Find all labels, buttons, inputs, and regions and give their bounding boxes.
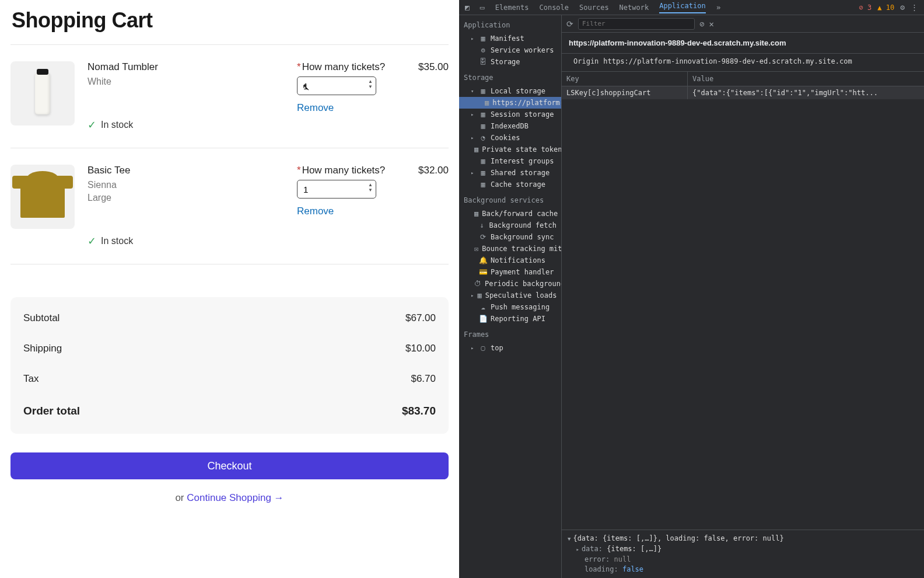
value-header[interactable]: Value (688, 72, 924, 86)
devtools-tabs: ◩ ▭ Elements Console Sources Network App… (459, 0, 924, 15)
remove-button[interactable]: Remove (297, 206, 334, 217)
item-attr: Large (88, 193, 297, 203)
tab-application[interactable]: Application (659, 2, 705, 13)
item-name: Nomad Tumbler (88, 61, 297, 73)
filter-input[interactable] (578, 18, 695, 30)
check-icon: ✓ (88, 119, 96, 131)
close-icon[interactable]: ✕ (709, 19, 713, 29)
tumbler-icon (35, 72, 50, 114)
qty-label: *How many tickets? (297, 165, 402, 176)
order-summary: Subtotal$67.00 Shipping$10.00 Tax$6.70 O… (10, 297, 449, 434)
sidebar-item-cookies[interactable]: ▸◔Cookies (459, 132, 561, 144)
warning-badge[interactable]: ▲ 10 (877, 4, 894, 12)
checkout-button[interactable]: Checkout (10, 452, 449, 479)
application-sidebar: Application ▸▦Manifest ⚙Service workers … (459, 15, 562, 578)
tax-label: Tax (23, 373, 38, 385)
section-frames: Frames (459, 325, 561, 342)
sidebar-item-bf-cache[interactable]: ▦Back/forward cache (459, 208, 561, 220)
divider (10, 264, 449, 264)
sidebar-item-session-storage[interactable]: ▸▦Session storage (459, 109, 561, 120)
total-label: Order total (23, 405, 80, 417)
qty-label: *How many tickets? (297, 61, 402, 73)
continue-shopping-link[interactable]: Continue Shopping → (187, 492, 284, 503)
subtotal-label: Subtotal (23, 312, 60, 324)
total-value: $83.70 (402, 405, 436, 417)
sidebar-item-cache-storage[interactable]: ▦Cache storage (459, 179, 561, 190)
product-thumbnail (10, 61, 75, 126)
remove-button[interactable]: Remove (297, 102, 334, 114)
value-cell: {"data":{"items":[{"id":"1","imgUrl":"ht… (688, 86, 924, 99)
or-text: or (175, 492, 187, 503)
sidebar-item-bg-fetch[interactable]: ↓Background fetch (459, 220, 561, 231)
cart-item: Nomad Tumbler White ✓ In stock *How many… (10, 45, 449, 148)
sidebar-item-private-tokens[interactable]: ▦Private state tokens (459, 144, 561, 155)
cart-item: Basic Tee Sienna Large ✓ In stock *How m… (10, 148, 449, 264)
stock-text: In stock (101, 236, 133, 246)
sidebar-item-shared-storage[interactable]: ▸▦Shared storage (459, 167, 561, 179)
page-title: Shopping Cart (12, 8, 449, 33)
devtools-panel: ◩ ▭ Elements Console Sources Network App… (459, 0, 924, 578)
stepper-icon[interactable]: ▲▼ (368, 182, 373, 193)
section-storage: Storage (459, 68, 561, 85)
stock-status: ✓ In stock (88, 119, 297, 131)
shipping-value: $10.00 (405, 343, 436, 354)
console-drawer: ▼{data: {items: [,…]}, loading: false, e… (562, 530, 924, 578)
item-attr: White (88, 76, 297, 87)
clear-icon[interactable]: ⊘ (699, 19, 704, 29)
error-badge[interactable]: ⊘ 3 (859, 4, 872, 12)
storage-url: https://platform-innovation-9889-dev-ed.… (562, 33, 924, 54)
sidebar-item-notifications[interactable]: 🔔Notifications (459, 255, 561, 266)
more-tabs-icon[interactable]: » (716, 3, 721, 12)
tab-elements[interactable]: Elements (495, 4, 529, 12)
sidebar-item-local-storage[interactable]: ▾▦Local storage (459, 85, 561, 97)
sidebar-item-indexeddb[interactable]: ▦IndexedDB (459, 120, 561, 132)
sidebar-item-bg-sync[interactable]: ⟳Background sync (459, 231, 561, 243)
product-thumbnail (10, 165, 75, 229)
tab-console[interactable]: Console (539, 4, 569, 12)
key-header[interactable]: Key (562, 72, 688, 86)
subtotal-value: $67.00 (405, 312, 436, 324)
sidebar-item-push[interactable]: ☁Push messaging (459, 301, 561, 313)
tab-network[interactable]: Network (620, 4, 649, 12)
sidebar-item-bounce[interactable]: ✉Bounce tracking mitigation (459, 243, 561, 255)
sidebar-item-interest-groups[interactable]: ▦Interest groups (459, 155, 561, 167)
filter-bar: ⟳ ⊘ ✕ (562, 15, 924, 33)
tab-sources[interactable]: Sources (579, 4, 609, 12)
sidebar-item-local-storage-origin[interactable]: ▦https://platform-innovatio (459, 97, 561, 109)
section-background: Background services (459, 190, 561, 208)
item-price: $32.00 (402, 165, 449, 248)
continue-row: or Continue Shopping → (10, 492, 449, 504)
menu-icon[interactable]: ⋮ (911, 3, 918, 12)
settings-icon[interactable]: ⚙ (900, 3, 905, 12)
table-header: Key Value (562, 72, 924, 86)
item-name: Basic Tee (88, 165, 297, 176)
table-row[interactable]: LSKey[c]shoppingCart {"data":{"items":[{… (562, 86, 924, 99)
check-icon: ✓ (88, 235, 96, 248)
section-application: Application (459, 15, 561, 33)
stock-text: In stock (101, 120, 133, 130)
inspect-icon[interactable]: ◩ (465, 3, 470, 12)
device-icon[interactable]: ▭ (480, 3, 485, 12)
tee-icon (20, 176, 65, 218)
sidebar-item-reporting[interactable]: 📄Reporting API (459, 313, 561, 325)
stock-status: ✓ In stock (88, 235, 297, 248)
sidebar-item-periodic[interactable]: ⏱Periodic background sync (459, 278, 561, 290)
sidebar-item-manifest[interactable]: ▸▦Manifest (459, 33, 561, 44)
origin-row: Originhttps://platform-innovation-9889-d… (562, 54, 924, 72)
tax-value: $6.70 (411, 373, 436, 385)
refresh-icon[interactable]: ⟳ (566, 19, 573, 29)
item-price: $35.00 (402, 61, 449, 131)
item-attr: Sienna (88, 180, 297, 190)
sidebar-item-service-workers[interactable]: ⚙Service workers (459, 44, 561, 56)
sidebar-item-payment[interactable]: 💳Payment handler (459, 266, 561, 278)
qty-input[interactable] (297, 180, 376, 199)
sidebar-item-speculative[interactable]: ▸▦Speculative loads (459, 290, 561, 301)
sidebar-item-top-frame[interactable]: ▸▢top (459, 342, 561, 354)
qty-input[interactable] (297, 76, 376, 95)
stepper-icon[interactable]: ▲▼ (368, 79, 373, 89)
sidebar-item-storage[interactable]: 🗄Storage (459, 56, 561, 68)
key-cell: LSKey[c]shoppingCart (562, 86, 688, 99)
shipping-label: Shipping (23, 343, 62, 354)
